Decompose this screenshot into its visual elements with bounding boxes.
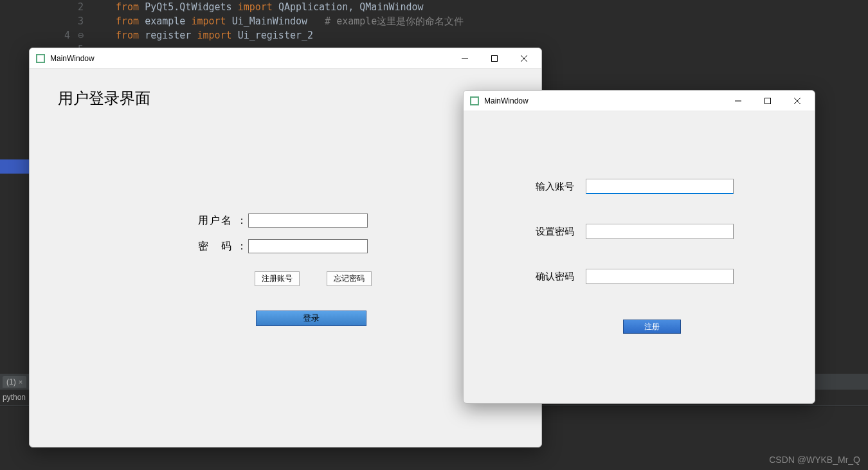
set-password-label: 设置密码: [524, 226, 586, 238]
terminal-label: python: [3, 393, 26, 402]
close-icon[interactable]: ×: [19, 378, 23, 386]
window-icon: [470, 96, 479, 105]
line-number: 2: [0, 0, 93, 14]
login-button[interactable]: 登录: [256, 311, 366, 326]
tab-item[interactable]: (1) ×: [3, 376, 26, 388]
maximize-button[interactable]: [480, 49, 509, 68]
titlebar[interactable]: MainWindow: [464, 91, 815, 111]
titlebar[interactable]: MainWindow: [30, 48, 541, 69]
account-input[interactable]: [586, 179, 734, 194]
forgot-password-button[interactable]: 忘记密码: [327, 271, 372, 286]
register-submit-button[interactable]: 注册: [623, 320, 681, 334]
watermark: CSDN @WYKB_Mr_Q: [769, 455, 860, 465]
window-title: MainWindow: [50, 54, 450, 63]
register-link-button[interactable]: 注册账号: [255, 271, 300, 286]
register-form: 输入账号 设置密码 确认密码: [524, 179, 734, 314]
login-heading: 用户登录界面: [58, 88, 513, 109]
svg-rect-1: [492, 55, 498, 61]
confirm-password-input[interactable]: [586, 269, 734, 284]
minimize-button[interactable]: [450, 49, 480, 68]
selection-marker: [0, 159, 30, 174]
fold-icon[interactable]: ⊖: [76, 28, 84, 42]
maximize-button[interactable]: [753, 91, 782, 111]
password-label: 密 码：: [190, 240, 248, 253]
line-number: 3: [0, 14, 93, 28]
close-button[interactable]: [782, 91, 812, 111]
username-label: 用户名：: [190, 214, 248, 228]
code-line: from PyQt5.QtWidgets import QApplication…: [74, 0, 868, 14]
code-line: from register import Ui_register_2: [74, 28, 868, 42]
set-password-input[interactable]: [586, 224, 734, 239]
window-title: MainWindow: [484, 96, 723, 105]
login-form: 用户名： 密 码： 注册账号 忘记密码 登录: [190, 213, 396, 326]
password-input[interactable]: [248, 239, 368, 253]
line-number: 4 ⊖: [0, 28, 93, 42]
confirm-password-label: 确认密码: [524, 271, 586, 283]
window-icon: [36, 54, 45, 63]
register-window: MainWindow 输入账号 设置密码 确认密码 注册: [463, 90, 815, 404]
minimize-button[interactable]: [723, 91, 753, 111]
account-label: 输入账号: [524, 181, 586, 193]
svg-rect-5: [765, 98, 771, 104]
tab-label: (1): [6, 377, 16, 386]
username-input[interactable]: [248, 213, 368, 228]
close-button[interactable]: [509, 49, 539, 68]
code-line: from example import Ui_MainWindow # exam…: [74, 14, 868, 28]
